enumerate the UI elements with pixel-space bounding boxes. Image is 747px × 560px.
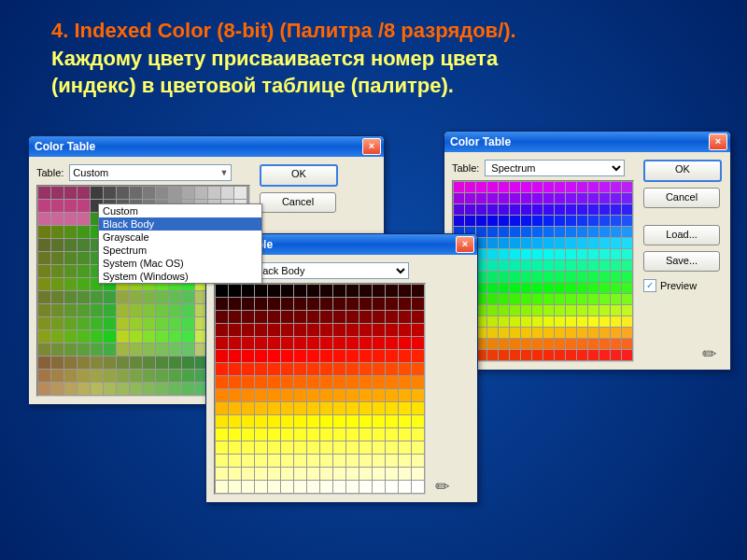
swatch[interactable] xyxy=(346,363,359,375)
swatch[interactable] xyxy=(532,238,543,248)
swatch[interactable] xyxy=(91,343,103,356)
swatch[interactable] xyxy=(242,481,254,493)
swatch[interactable] xyxy=(622,339,632,349)
swatch[interactable] xyxy=(566,272,576,282)
swatch[interactable] xyxy=(51,343,63,356)
swatch[interactable] xyxy=(386,376,398,388)
swatch[interactable] xyxy=(543,260,554,271)
swatch[interactable] xyxy=(555,272,565,282)
swatch[interactable] xyxy=(255,415,267,427)
swatch[interactable] xyxy=(611,216,621,226)
dropdown-option[interactable]: Custom xyxy=(99,204,261,217)
swatch[interactable] xyxy=(373,324,385,336)
swatch[interactable] xyxy=(333,441,345,454)
swatch[interactable] xyxy=(268,298,280,310)
swatch[interactable] xyxy=(399,324,411,336)
swatch[interactable] xyxy=(169,304,181,316)
swatch[interactable] xyxy=(412,324,424,336)
swatch[interactable] xyxy=(143,330,155,343)
swatch[interactable] xyxy=(229,441,241,454)
swatch[interactable] xyxy=(130,383,142,395)
swatch[interactable] xyxy=(577,339,587,349)
swatch[interactable] xyxy=(465,193,475,203)
swatch[interactable] xyxy=(487,238,498,248)
swatch[interactable] xyxy=(359,350,372,362)
swatch[interactable] xyxy=(454,216,464,226)
save-button[interactable]: Save... xyxy=(643,251,720,272)
swatch[interactable] xyxy=(320,468,332,480)
swatch[interactable] xyxy=(51,187,63,199)
swatch[interactable] xyxy=(182,317,194,329)
swatch[interactable] xyxy=(359,285,372,297)
swatch[interactable] xyxy=(333,298,345,310)
swatch[interactable] xyxy=(268,324,280,336)
swatch[interactable] xyxy=(588,305,599,315)
swatch[interactable] xyxy=(373,455,385,467)
swatch[interactable] xyxy=(611,227,621,237)
swatch[interactable] xyxy=(169,330,181,343)
swatch[interactable] xyxy=(521,328,531,338)
swatch[interactable] xyxy=(242,298,254,310)
cancel-button[interactable]: Cancel xyxy=(643,188,720,208)
swatch[interactable] xyxy=(143,343,155,356)
eyedropper-icon[interactable]: ✎ xyxy=(430,470,458,498)
swatch[interactable] xyxy=(216,337,228,349)
swatch[interactable] xyxy=(320,311,332,323)
swatch[interactable] xyxy=(294,481,306,493)
close-button[interactable]: × xyxy=(709,133,727,150)
dropdown-option[interactable]: Black Body xyxy=(99,217,261,231)
swatch[interactable] xyxy=(130,304,142,316)
swatch[interactable] xyxy=(412,389,424,401)
swatch[interactable] xyxy=(216,285,228,297)
swatch[interactable] xyxy=(599,204,610,215)
swatch[interactable] xyxy=(64,213,77,225)
swatch[interactable] xyxy=(156,187,168,199)
swatch[interactable] xyxy=(169,291,181,303)
swatch[interactable] xyxy=(599,350,610,360)
swatch[interactable] xyxy=(156,357,168,369)
swatch[interactable] xyxy=(487,204,498,215)
swatch[interactable] xyxy=(599,294,610,304)
swatch[interactable] xyxy=(499,193,509,203)
swatch[interactable] xyxy=(510,249,520,259)
swatch[interactable] xyxy=(499,294,509,304)
swatch[interactable] xyxy=(611,249,621,259)
swatch[interactable] xyxy=(320,350,332,362)
swatch[interactable] xyxy=(521,193,531,203)
swatch[interactable] xyxy=(555,328,565,338)
swatch[interactable] xyxy=(399,376,411,388)
swatch[interactable] xyxy=(399,285,411,297)
swatch[interactable] xyxy=(588,283,599,293)
swatch[interactable] xyxy=(510,216,520,226)
swatch[interactable] xyxy=(373,376,385,388)
swatch[interactable] xyxy=(182,357,194,369)
swatch[interactable] xyxy=(499,260,509,271)
swatch[interactable] xyxy=(599,283,610,293)
swatch[interactable] xyxy=(216,389,228,401)
swatch[interactable] xyxy=(255,363,267,375)
swatch[interactable] xyxy=(599,339,610,349)
swatch[interactable] xyxy=(499,249,509,259)
swatch[interactable] xyxy=(281,324,293,336)
swatch[interactable] xyxy=(255,455,267,467)
swatch[interactable] xyxy=(510,339,520,349)
swatch[interactable] xyxy=(373,285,385,297)
swatch[interactable] xyxy=(143,291,155,303)
swatch[interactable] xyxy=(510,328,520,338)
swatch[interactable] xyxy=(499,350,509,360)
swatch[interactable] xyxy=(242,468,254,480)
swatch[interactable] xyxy=(38,291,50,303)
swatch[interactable] xyxy=(64,317,77,329)
swatch[interactable] xyxy=(307,350,319,362)
swatch[interactable] xyxy=(510,272,520,282)
swatch[interactable] xyxy=(386,455,398,467)
swatch[interactable] xyxy=(399,311,411,323)
swatch[interactable] xyxy=(320,337,332,349)
swatch[interactable] xyxy=(386,324,398,336)
table-select[interactable]: Custom ▼ xyxy=(69,164,232,181)
swatch[interactable] xyxy=(566,193,576,203)
swatch[interactable] xyxy=(532,182,543,192)
swatch[interactable] xyxy=(622,305,632,315)
swatch[interactable] xyxy=(242,311,254,323)
swatch[interactable] xyxy=(255,285,267,297)
